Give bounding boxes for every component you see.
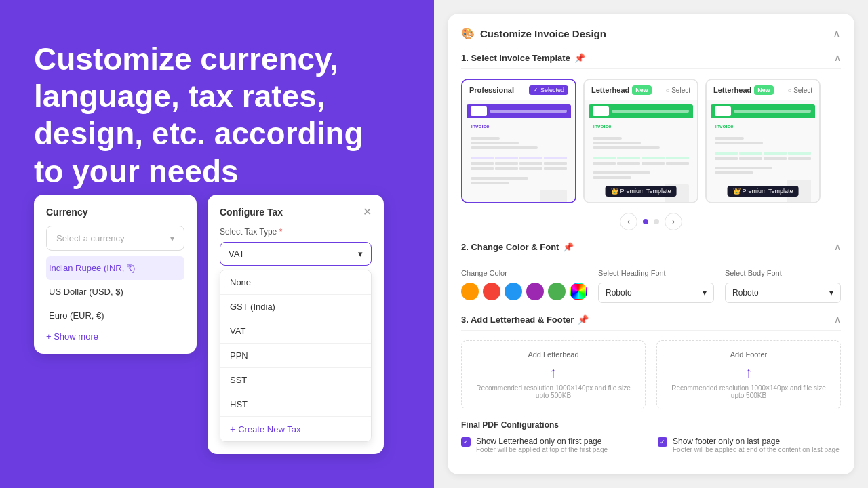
tax-card-title: Configure Tax [220,207,283,218]
inv-cell [544,157,567,159]
upload-icon: ↑ [471,364,635,382]
carousel-prev-button[interactable]: ‹ [620,213,637,230]
chevron-down-icon: ▾ [170,234,174,243]
upload-row: Add Letterhead ↑ Recommended resolution … [461,340,841,409]
body-font-select[interactable]: Roboto ▾ [725,283,841,303]
inv-cell [495,167,518,170]
color-swatch-purple[interactable] [526,283,544,300]
logo-box [715,106,731,116]
inv-line [471,137,500,140]
template-select-button[interactable]: ○ Select [665,87,690,94]
tax-option-ppn[interactable]: PPN [220,344,371,368]
inv-cell [519,162,542,165]
tax-option-sst[interactable]: SST [220,368,371,392]
template-section-collapse-button[interactable]: ∧ [834,52,841,63]
inv-cell [593,157,616,159]
template-select-button-2[interactable]: ○ Select [787,87,812,94]
paint-brush-icon: 🎨 [461,27,475,40]
inv-cell [495,162,518,165]
change-color-label: Change Color [461,269,587,277]
template-new-badge-2: New [754,85,774,95]
cards-area: Currency Select a currency ▾ Indian Rupe… [34,195,400,454]
chevron-down-icon: ▾ [703,288,707,298]
tax-select-box[interactable]: VAT ▾ [220,242,372,266]
color-swatch-orange[interactable] [461,283,479,300]
collapse-panel-button[interactable]: ∧ [833,27,841,40]
currency-placeholder: Select a currency [56,233,124,243]
upload-icon-2: ↑ [667,364,831,382]
color-font-section-header: 2. Change Color & Font 📌 ∧ [461,241,841,258]
pin-icon-3: 📌 [578,314,589,325]
currency-select-box[interactable]: Select a currency ▾ [46,226,184,251]
pdf-config-row: ✓ Show Letterhead only on first page Foo… [461,436,841,456]
circle-check-icon: ○ [665,87,669,94]
inv-line [593,171,650,174]
inv-line [715,171,753,174]
carousel-dot-2[interactable] [654,219,659,224]
inv-row [593,161,689,166]
inv-line [471,182,509,184]
template-section-header: 1. Select Invoice Template 📌 ∧ [461,52,841,69]
add-letterhead-label: Add Letterhead [471,350,635,359]
footer-checkbox[interactable]: ✓ [658,437,667,447]
heading-font-label: Select Heading Font [598,269,714,277]
template-letterhead-1[interactable]: Letterhead New ○ Select [583,79,698,203]
body-font-label: Select Body Font [725,269,841,277]
invoice-header-bar-green [589,104,693,118]
close-button[interactable]: ✕ [363,207,372,218]
inv-line [593,146,660,149]
color-swatch-red[interactable] [483,283,500,300]
panel-header: 🎨 Customize Invoice Design ∧ [461,27,841,40]
tax-option-none[interactable]: None [220,270,371,295]
heading-font-select[interactable]: Roboto ▾ [598,283,714,303]
inv-table-green2 [715,150,811,161]
template-letterhead-1-preview: Invoice [585,100,697,202]
inv-cell [544,167,567,170]
carousel-dot-1[interactable] [643,219,648,224]
crown-icon: 👑 [611,188,618,195]
inv-cell [617,162,640,165]
add-footer-box[interactable]: Add Footer ↑ Recommended resolution 1000… [656,340,841,409]
tax-option-vat[interactable]: VAT [220,319,371,344]
right-section: 🎨 Customize Invoice Design ∧ 1. Select I… [434,0,868,488]
premium-template-badge: 👑 Premium Template [606,186,677,197]
add-letterhead-box[interactable]: Add Letterhead ↑ Recommended resolution … [461,340,646,409]
currency-card-title: Currency [46,207,184,218]
inv-line [471,177,528,180]
inv-cell [788,152,811,155]
color-font-section-collapse-button[interactable]: ∧ [834,241,841,252]
carousel-next-button[interactable]: › [665,213,682,230]
template-section-title: 1. Select Invoice Template 📌 [461,53,585,63]
heading-font-group: Select Heading Font Roboto ▾ [598,269,714,303]
logo-box [471,106,487,116]
chevron-down-icon: ▾ [829,288,833,298]
pin-icon: 📌 [574,53,585,63]
carousel-nav: ‹ › [461,213,841,230]
show-more-button[interactable]: + Show more [46,331,184,342]
currency-item-eur[interactable]: Euro (EUR, €) [46,304,184,327]
template-letterhead-2[interactable]: Letterhead New ○ Select [705,79,821,203]
tax-option-gst[interactable]: GST (India) [220,295,371,319]
footer-upload-hint: Recommended resolution 1000×140px and fi… [667,384,831,399]
template-letterhead-2-preview: Invoice [707,100,819,202]
color-swatch-green[interactable] [548,283,566,300]
inv-cell [642,162,665,165]
letterhead-checkbox[interactable]: ✓ [461,437,471,447]
chevron-down-icon: ▾ [358,249,363,259]
letterhead-section-collapse-button[interactable]: ∧ [834,314,841,325]
color-swatch-blue[interactable] [505,283,522,300]
tax-option-hst[interactable]: HST [220,392,371,417]
tax-card: Configure Tax ✕ Select Tax Type * VAT ▾ … [208,195,384,454]
currency-item-inr[interactable]: Indian Rupee (INR, ₹) [46,256,184,280]
left-section: Customize currency, language, tax rates,… [0,0,434,488]
currency-item-usd[interactable]: US Dollar (USD, $) [46,280,184,304]
inv-cell [471,167,494,170]
create-new-tax-button[interactable]: + Create New Tax [220,417,371,441]
letterhead-section-title: 3. Add Letterhead & Footer 📌 [461,314,589,325]
letterhead-section-header: 3. Add Letterhead & Footer 📌 ∧ [461,314,841,331]
color-swatch-rainbow[interactable] [570,283,587,300]
inv-line [471,146,538,149]
template-professional[interactable]: Professional ✓ Selected Invoice [461,79,576,203]
check-icon: ✓ [533,87,538,94]
inv-cell [642,157,665,159]
